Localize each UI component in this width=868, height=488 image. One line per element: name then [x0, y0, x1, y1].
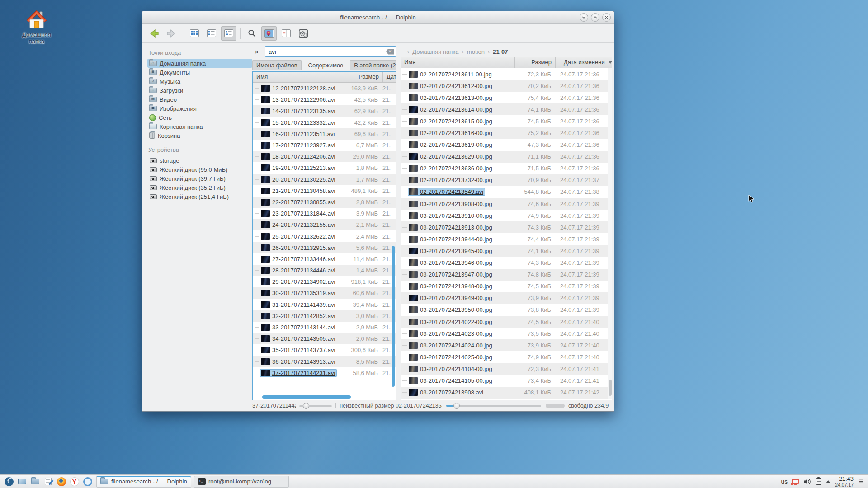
- file-row[interactable]: 26-20170721132915.avi 5,6 МиБ 21.: [253, 242, 396, 253]
- device-item[interactable]: Жёсткий диск (35,2 ГиБ): [147, 183, 252, 192]
- file-row[interactable]: 29-20170721134902.avi 918,1 КиБ 21.: [253, 276, 396, 287]
- device-item[interactable]: Жёсткий диск (39,7 ГиБ): [147, 174, 252, 183]
- file-row[interactable]: 12-20170721122128.avi 163,9 КиБ 21.: [253, 83, 396, 94]
- column-header-date[interactable]: Дат: [383, 72, 396, 82]
- column-header-name[interactable]: Имя: [253, 72, 343, 82]
- close-split-view-button[interactable]: [278, 26, 294, 41]
- horizontal-scrollbar-thumb[interactable]: [262, 395, 351, 399]
- file-row[interactable]: 02-20170724213636-00.jpg 71,5 КиБ 24.07.…: [401, 163, 612, 174]
- places-item[interactable]: Музыка: [147, 77, 252, 86]
- tray-expander-icon[interactable]: [826, 480, 830, 483]
- find-button[interactable]: [244, 26, 259, 41]
- file-row[interactable]: 02-20170724213616-00.jpg 75,2 КиБ 24.07.…: [401, 127, 612, 139]
- search-input[interactable]: [269, 48, 386, 55]
- places-item[interactable]: Загрузки: [147, 86, 252, 95]
- file-row[interactable]: 02-20170724213619-00.jpg 47,3 КиБ 24.07.…: [401, 139, 612, 151]
- file-row[interactable]: 19-20170721125213.avi 1,8 МиБ 21.: [253, 162, 396, 174]
- volume-icon[interactable]: [803, 478, 811, 485]
- file-row[interactable]: 33-20170721143144.avi 2,9 МиБ 21.: [253, 322, 396, 333]
- file-row[interactable]: 03-20170724213944-00.jpg 74,4 КиБ 24.07.…: [401, 233, 612, 245]
- file-row[interactable]: 30-20170721135319.avi 60,6 МиБ 21.: [253, 287, 396, 299]
- breadcrumb-item[interactable]: motion: [467, 48, 485, 55]
- kde-menu-icon[interactable]: [3, 476, 15, 488]
- file-row[interactable]: 25-20170721132622.avi 2,4 МиБ 21.: [253, 230, 396, 242]
- file-row[interactable]: 17-20170721123927.avi 6,7 МиБ 21.: [253, 140, 396, 151]
- file-row[interactable]: 02-20170724213732-00.jpg 70,9 КиБ 24.07.…: [401, 174, 612, 186]
- file-row[interactable]: 16-20170721123511.avi 69,6 КиБ 21.: [253, 128, 396, 140]
- details-view-button[interactable]: [221, 26, 236, 41]
- minimize-button[interactable]: [580, 13, 588, 22]
- file-row[interactable]: 03-20170724213910-00.jpg 74,9 КиБ 24.07.…: [401, 210, 612, 221]
- device-item[interactable]: Жёсткий диск (251,4 ГиБ): [147, 192, 252, 201]
- konqueror-icon[interactable]: [81, 476, 94, 488]
- file-row[interactable]: 18-20170721124206.avi 29,0 МиБ 21.: [253, 151, 396, 162]
- places-item[interactable]: Видео: [147, 95, 252, 104]
- control-menu-button[interactable]: [296, 26, 311, 41]
- task-button-terminal[interactable]: ›_ root@moi-komp:/var/log: [194, 476, 289, 488]
- file-row[interactable]: 02-20170724213614-00.jpg 74,1 КиБ 24.07.…: [401, 103, 612, 115]
- keyboard-layout-indicator[interactable]: us: [781, 478, 788, 485]
- column-header-size[interactable]: Размер: [343, 72, 383, 82]
- places-item[interactable]: Домашняя папка: [147, 59, 252, 68]
- home-folder-desktop-icon[interactable]: Домашняя папка: [12, 10, 61, 45]
- places-item[interactable]: Документы: [147, 68, 252, 77]
- file-row[interactable]: 35-20170721143737.avi 300,6 КиБ 21.: [253, 344, 396, 356]
- search-filter-tab[interactable]: Имена файлов: [252, 60, 302, 70]
- places-item[interactable]: Корзина: [147, 131, 252, 140]
- file-row[interactable]: 32-20170721142852.avi 3,0 МиБ 21.: [253, 310, 396, 322]
- file-row[interactable]: 03-20170724213950-00.jpg 73,8 КиБ 24.07.…: [401, 304, 612, 316]
- file-row[interactable]: 31-20170721141439.avi 39,4 МиБ 21.: [253, 299, 396, 310]
- back-button[interactable]: [146, 26, 162, 41]
- file-row[interactable]: 03-20170724213908-00.jpg 74,6 КиБ 24.07.…: [401, 198, 612, 210]
- maximize-button[interactable]: [591, 13, 599, 22]
- file-manager-icon[interactable]: [29, 476, 41, 488]
- file-row[interactable]: 03-20170724213913-00.jpg 74,3 КиБ 24.07.…: [401, 221, 612, 233]
- file-row[interactable]: 03-20170724214024-00.jpg 73,9 КиБ 24.07.…: [401, 339, 612, 351]
- forward-button[interactable]: [164, 26, 179, 41]
- file-row[interactable]: 02-20170724213611-00.jpg 72,3 КиБ 24.07.…: [401, 68, 612, 80]
- file-row[interactable]: 03-20170724214025-00.jpg 74,9 КиБ 24.07.…: [401, 351, 612, 363]
- vertical-scrollbar-thumb[interactable]: [392, 246, 395, 387]
- close-search-button[interactable]: ×: [252, 48, 261, 56]
- places-item[interactable]: Корневая папка: [147, 122, 252, 131]
- file-row[interactable]: 02-20170724213612-00.jpg 70,2 КиБ 24.07.…: [401, 80, 612, 92]
- breadcrumb-item[interactable]: 21-07: [493, 48, 508, 55]
- file-row[interactable]: 21-20170721130458.avi 489,1 КиБ 21.: [253, 185, 396, 197]
- file-row[interactable]: 02-20170724213549.avi 544,8 КиБ 24.07.17…: [401, 186, 612, 198]
- column-header-size[interactable]: Размер: [515, 57, 556, 68]
- icons-view-button[interactable]: [187, 26, 202, 41]
- vertical-scrollbar-thumb[interactable]: [609, 380, 612, 396]
- search-filter-tab[interactable]: В этой папке (2: [350, 60, 396, 70]
- file-row[interactable]: 15-20170721123332.avi 42,2 КиБ 21.: [253, 117, 396, 128]
- file-row[interactable]: 03-20170724213949-00.jpg 73,9 КиБ 24.07.…: [401, 292, 612, 304]
- clock[interactable]: 21:43 24.07.17: [835, 476, 854, 488]
- right-zoom-slider[interactable]: [446, 403, 541, 409]
- file-row[interactable]: 13-20170721122906.avi 42,5 КиБ 21.: [253, 94, 396, 105]
- file-row[interactable]: 37-20170721144231.avi 58,6 МиБ 21.: [253, 367, 396, 379]
- preview-toggle-button[interactable]: [261, 26, 277, 41]
- breadcrumb-item[interactable]: Домашняя папка: [412, 48, 458, 55]
- file-row[interactable]: 02-20170724213615-00.jpg 74,5 КиБ 24.07.…: [401, 115, 612, 127]
- device-item[interactable]: storage: [147, 156, 252, 165]
- file-row[interactable]: 02-20170724213629-00.jpg 71,1 КиБ 24.07.…: [401, 151, 612, 163]
- file-row[interactable]: 28-20170721134446.avi 1,4 МиБ 21.: [253, 265, 396, 276]
- clipboard-icon[interactable]: [816, 478, 821, 485]
- yandex-browser-icon[interactable]: Y: [68, 476, 80, 488]
- firefox-icon[interactable]: [55, 476, 67, 488]
- file-row[interactable]: 03-20170724213947-00.jpg 74,8 КиБ 24.07.…: [401, 269, 612, 281]
- file-row[interactable]: 02-20170724213613-00.jpg 75,4 КиБ 24.07.…: [401, 92, 612, 103]
- titlebar[interactable]: filenamesearch - / — Dolphin: [142, 11, 614, 24]
- file-row[interactable]: 36-20170721143913.avi 8,5 МиБ 21.: [253, 356, 396, 367]
- file-row[interactable]: 20-20170721130225.avi 1,7 МиБ 21.: [253, 174, 396, 185]
- column-header-name[interactable]: Имя: [401, 57, 515, 68]
- file-row[interactable]: 23-20170721131844.avi 3,9 МиБ 21.: [253, 208, 396, 219]
- close-button[interactable]: [602, 13, 611, 22]
- file-row[interactable]: 22-20170721130855.avi 2,8 МиБ 21.: [253, 197, 396, 208]
- clear-search-icon[interactable]: ✕: [386, 49, 394, 55]
- file-row[interactable]: 03-20170724214105-00.jpg 73,4 КиБ 24.07.…: [401, 375, 612, 386]
- file-row[interactable]: 03-20170724214104-00.jpg 72,3 КиБ 24.07.…: [401, 363, 612, 375]
- network-icon[interactable]: [792, 479, 799, 484]
- file-row[interactable]: 27-20170721133446.avi 11,4 МиБ 21.: [253, 253, 396, 265]
- show-desktop-icon[interactable]: [16, 476, 28, 488]
- column-header-date[interactable]: Дата изменени: [556, 57, 612, 68]
